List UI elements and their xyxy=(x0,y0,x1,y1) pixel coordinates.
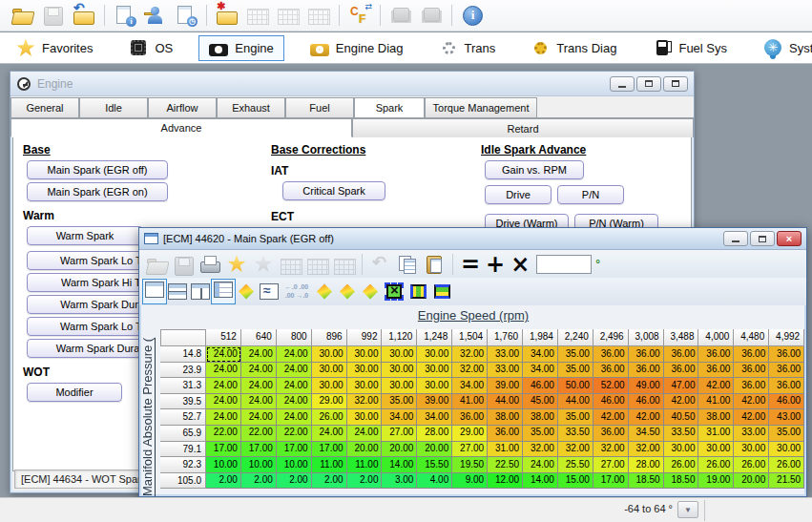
file-history-icon[interactable]: ◷ xyxy=(174,4,198,27)
table-cell[interactable]: 29.00 xyxy=(312,394,347,410)
table-cell[interactable]: 10.00 xyxy=(277,457,312,473)
column-header-1-760[interactable]: 1,760 xyxy=(488,329,523,346)
main-spark-egr-off-button[interactable]: Main Spark (EGR off) xyxy=(27,160,168,179)
table-cell[interactable]: 42.00 xyxy=(629,409,664,426)
table-cell[interactable]: 36.00 xyxy=(769,346,804,363)
table-cell[interactable]: 30.00 xyxy=(382,346,417,363)
table-cell[interactable]: 32.00 xyxy=(452,363,488,379)
critical-spark-button[interactable]: Critical Spark xyxy=(282,181,385,200)
table-cell[interactable]: 20.00 xyxy=(734,473,769,490)
view-split-horizontal-icon[interactable] xyxy=(168,283,187,300)
table-cell[interactable]: 30.00 xyxy=(347,409,383,426)
table-cell[interactable]: 35.00 xyxy=(523,426,558,442)
column-header-640[interactable]: 640 xyxy=(241,329,277,346)
row-header-39-5[interactable]: 39.5 xyxy=(160,394,206,410)
table-cell[interactable]: 2.00 xyxy=(312,473,347,490)
table-cell[interactable]: 24.00 xyxy=(241,378,277,394)
column-header-2-496[interactable]: 2,496 xyxy=(593,329,629,346)
row-header-14-8[interactable]: 14.8 xyxy=(160,346,206,363)
table-cell[interactable]: 35.00 xyxy=(558,346,593,363)
table-cell[interactable]: 34.00 xyxy=(452,378,488,394)
table-cell[interactable]: 20.00 xyxy=(382,442,417,458)
table-cell[interactable]: 27.00 xyxy=(382,426,417,442)
table-cell[interactable]: 42.00 xyxy=(734,394,769,410)
table-cell[interactable]: 36.00 xyxy=(593,346,629,363)
subtab-retard[interactable]: Retard xyxy=(352,118,694,137)
subtab-advance[interactable]: Advance xyxy=(10,118,352,137)
table-cell[interactable]: 52.00 xyxy=(593,378,629,394)
table-cell[interactable]: 30.00 xyxy=(312,363,347,379)
table-cell[interactable]: 30.00 xyxy=(417,346,452,363)
table-cell[interactable]: 32.00 xyxy=(629,442,664,458)
table-cell[interactable]: 24.00 xyxy=(241,346,277,363)
ribbon-tab-engine[interactable]: Engine xyxy=(198,35,283,61)
row-header-23-9[interactable]: 23.9 xyxy=(160,363,206,379)
table-cell[interactable]: 28.00 xyxy=(629,457,664,473)
row-header-92-3[interactable]: 92.3 xyxy=(160,457,206,473)
table-cell[interactable]: 47.00 xyxy=(664,378,699,394)
select-column-surface-icon[interactable] xyxy=(340,284,355,300)
table-cell[interactable]: 32.00 xyxy=(347,394,383,410)
copy-icon[interactable] xyxy=(396,254,419,275)
table-cell[interactable]: 36.00 xyxy=(698,363,734,379)
view-surface-icon[interactable] xyxy=(239,284,254,300)
table-cell[interactable]: 14.00 xyxy=(382,457,417,473)
table-cell[interactable]: 15.50 xyxy=(417,457,452,473)
table-cell[interactable]: 10.00 xyxy=(241,457,277,473)
tab-torque-management[interactable]: Torque Management xyxy=(425,97,537,117)
add-favorite-icon[interactable]: + xyxy=(227,255,246,274)
multiply-value-button[interactable]: × xyxy=(510,252,530,277)
table-cell[interactable]: 24.00 xyxy=(277,378,312,394)
table-cell[interactable]: 36.00 xyxy=(698,346,734,363)
open-file-icon[interactable] xyxy=(10,4,35,27)
table-cell[interactable]: 26.00 xyxy=(312,409,347,426)
table-cell[interactable]: 42.00 xyxy=(734,409,769,426)
table-cell[interactable]: 44.00 xyxy=(558,394,593,410)
table-cell[interactable]: 17.00 xyxy=(312,442,347,458)
close-button[interactable] xyxy=(663,76,688,92)
table-cell[interactable]: 30.00 xyxy=(312,346,347,363)
table-cell[interactable]: 36.00 xyxy=(629,363,664,379)
table-cell[interactable]: 46.00 xyxy=(593,394,629,410)
table-cell[interactable]: 43.00 xyxy=(769,409,804,426)
table-cell[interactable]: 26.00 xyxy=(769,457,804,473)
table-cell[interactable]: 34.00 xyxy=(523,363,558,379)
table-cell[interactable]: 36.00 xyxy=(664,346,699,363)
table-cell[interactable]: 30.00 xyxy=(769,442,804,458)
row-header-105-0[interactable]: 105.0 xyxy=(160,473,206,490)
table-cell[interactable]: 24.00 xyxy=(347,426,383,442)
ribbon-tab-trans-diag[interactable]: Trans Diag xyxy=(521,34,627,62)
column-header-1-120[interactable]: 1,120 xyxy=(382,329,417,346)
warm-spark-button[interactable]: Warm Spark xyxy=(27,226,143,245)
column-header-3-008[interactable]: 3,008 xyxy=(629,329,664,346)
table-cell[interactable]: 34.00 xyxy=(417,409,452,426)
column-header-1-984[interactable]: 1,984 xyxy=(523,329,558,346)
table-cell[interactable]: 36.00 xyxy=(734,346,769,363)
tab-idle[interactable]: Idle xyxy=(79,97,148,117)
table-cell[interactable]: 30.00 xyxy=(382,363,417,379)
table-cell[interactable]: 49.00 xyxy=(629,378,664,394)
table-cell[interactable]: 30.00 xyxy=(347,346,383,363)
table-cell[interactable]: 42.00 xyxy=(664,394,699,410)
table-cell[interactable]: 27.00 xyxy=(452,442,488,458)
table-cell[interactable]: 17.00 xyxy=(277,442,312,458)
table-cell[interactable]: 24.00 xyxy=(206,394,241,410)
table-cell[interactable]: 26.00 xyxy=(664,457,699,473)
table-cell[interactable]: 35.00 xyxy=(769,426,804,442)
column-header-992[interactable]: 992 xyxy=(347,329,383,346)
table-cell[interactable]: 36.00 xyxy=(452,409,488,426)
table-cell[interactable]: 2.00 xyxy=(241,473,277,490)
table-cell[interactable]: 45.00 xyxy=(523,394,558,410)
tab-airflow[interactable]: Airflow xyxy=(148,97,217,117)
column-header-4-992[interactable]: 4,992 xyxy=(769,329,804,346)
view-split-vertical-icon[interactable] xyxy=(191,283,210,300)
table-cell[interactable]: 10.00 xyxy=(206,457,241,473)
new-session-icon[interactable] xyxy=(215,4,239,27)
table-cell[interactable]: 33.00 xyxy=(734,426,769,442)
table-cell[interactable]: 35.00 xyxy=(558,363,593,379)
column-header-896[interactable]: 896 xyxy=(312,329,347,346)
table-cell[interactable]: 24.00 xyxy=(241,394,277,410)
set-value-button[interactable]: = xyxy=(461,252,480,277)
gain-vs-rpm-button[interactable]: Gain vs. RPM xyxy=(485,160,584,179)
table-cell[interactable]: 14.00 xyxy=(523,473,558,490)
